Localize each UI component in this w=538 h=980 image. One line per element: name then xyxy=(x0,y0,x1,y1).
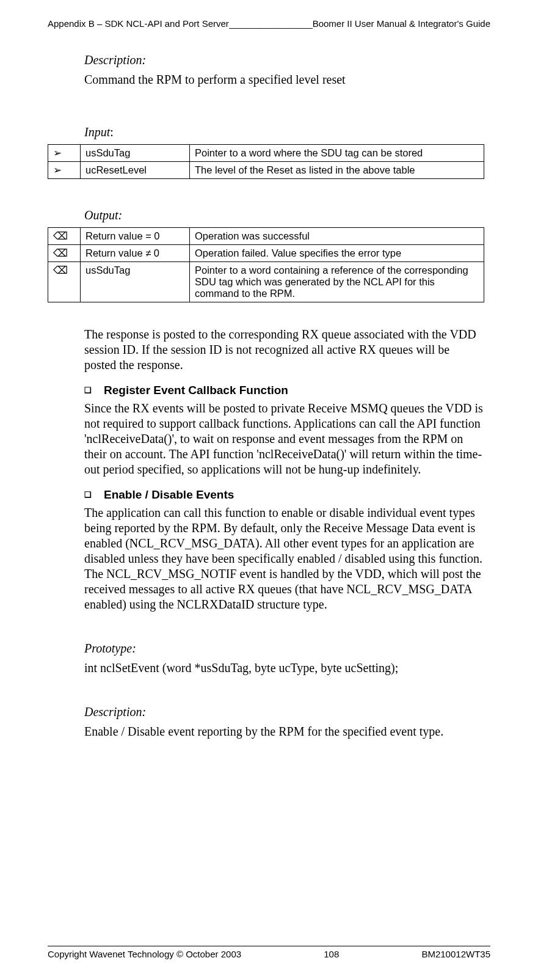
row-name: usSduTag xyxy=(81,145,190,162)
header-fill: ______________________ xyxy=(229,18,313,29)
row-desc: Operation failed. Value specifies the er… xyxy=(190,245,484,262)
page: Appendix B – SDK NCL-API and Port Server… xyxy=(0,0,538,980)
heading-enable-disable: ❑Enable / Disable Events xyxy=(104,488,484,502)
table-row: ⌫ Return value ≠ 0 Operation failed. Val… xyxy=(48,245,484,262)
row-bullet: ➢ xyxy=(48,145,81,162)
square-bullet-icon: ❑ xyxy=(84,386,104,395)
table-row: ➢ ucResetLevel The level of the Reset as… xyxy=(48,162,484,179)
heading-register-callback: ❑Register Event Callback Function xyxy=(104,384,484,397)
row-desc: Pointer to a word containing a reference… xyxy=(190,262,484,302)
register-paragraph: Since the RX events will be posted to pr… xyxy=(84,401,484,477)
input-label: Input: xyxy=(84,125,484,139)
footer-page-number: 108 xyxy=(324,949,339,959)
header-right: Boomer II User Manual & Integrator's Gui… xyxy=(313,18,490,29)
row-name: Return value ≠ 0 xyxy=(81,245,190,262)
output-table: ⌫ Return value = 0 Operation was success… xyxy=(48,227,484,302)
description-label: Description: xyxy=(84,53,484,67)
description-text: Command the RPM to perform a specified l… xyxy=(84,72,484,87)
heading-text: Register Event Callback Function xyxy=(104,384,288,397)
description2-text: Enable / Disable event reporting by the … xyxy=(84,724,484,739)
prototype-text: int nclSetEvent (word *usSduTag, byte uc… xyxy=(84,660,484,676)
heading-text: Enable / Disable Events xyxy=(104,488,234,501)
row-name: Return value = 0 xyxy=(81,228,190,245)
input-table: ➢ usSduTag Pointer to a word where the S… xyxy=(48,144,484,179)
content-area: Description: Command the RPM to perform … xyxy=(84,53,484,739)
header-left: Appendix B – SDK NCL-API and Port Server xyxy=(48,18,229,29)
row-bullet: ⌫ xyxy=(48,245,81,262)
prototype-label: Prototype: xyxy=(84,642,484,656)
table-row: ➢ usSduTag Pointer to a word where the S… xyxy=(48,145,484,162)
row-bullet: ⌫ xyxy=(48,262,81,302)
square-bullet-icon: ❑ xyxy=(84,490,104,499)
enable-paragraph: The application can call this function t… xyxy=(84,505,484,612)
footer-left: Copyright Wavenet Technology © October 2… xyxy=(48,949,241,959)
page-header: Appendix B – SDK NCL-API and Port Server… xyxy=(48,18,490,29)
row-desc: Pointer to a word where the SDU tag can … xyxy=(190,145,484,162)
row-name: ucResetLevel xyxy=(81,162,190,179)
footer-right: BM210012WT35 xyxy=(421,949,490,959)
row-bullet: ➢ xyxy=(48,162,81,179)
table-row: ⌫ usSduTag Pointer to a word containing … xyxy=(48,262,484,302)
row-bullet: ⌫ xyxy=(48,228,81,245)
input-label-text: Input xyxy=(84,125,110,139)
response-paragraph: The response is posted to the correspond… xyxy=(84,327,484,373)
table-row: ⌫ Return value = 0 Operation was success… xyxy=(48,228,484,245)
row-name: usSduTag xyxy=(81,262,190,302)
page-footer: Copyright Wavenet Technology © October 2… xyxy=(48,946,490,959)
output-label: Output: xyxy=(84,208,484,222)
row-desc: The level of the Reset as listed in the … xyxy=(190,162,484,179)
input-colon: : xyxy=(110,125,114,139)
row-desc: Operation was successful xyxy=(190,228,484,245)
footer-rule xyxy=(48,946,490,946)
description2-label: Description: xyxy=(84,705,484,719)
